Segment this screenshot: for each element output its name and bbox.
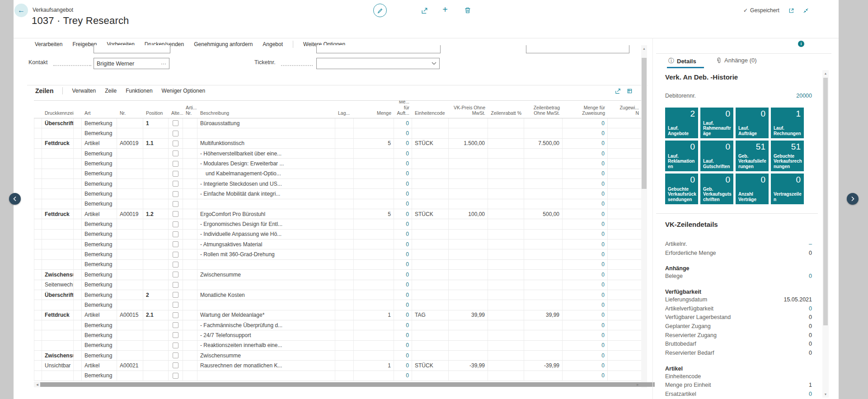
cell-vkpreis[interactable] [449, 128, 488, 138]
cell-alte[interactable] [169, 118, 183, 128]
checkbox[interactable] [173, 221, 178, 227]
horizontal-scrollbar-thumb[interactable] [40, 382, 655, 387]
checkbox[interactable] [173, 332, 178, 338]
cell-vkpreis[interactable] [449, 371, 488, 381]
cell-mengezuw[interactable]: 0 [563, 361, 608, 371]
cell-mengezuw[interactable]: 0 [563, 249, 608, 259]
cell-auft[interactable]: 0 [394, 290, 412, 300]
checkbox[interactable] [173, 191, 178, 197]
cell-sel[interactable] [34, 189, 42, 199]
cell-nr[interactable] [117, 189, 143, 199]
cell-vkpreis[interactable] [449, 118, 488, 128]
cell-artinr[interactable] [183, 260, 197, 270]
checkbox[interactable] [173, 322, 178, 328]
cell-druck[interactable] [42, 149, 74, 159]
cell-desc[interactable]: - Reaktionszeiten innerhalb eine... [197, 341, 335, 351]
cell-betrag[interactable] [524, 249, 563, 259]
cell-lag[interactable] [335, 118, 354, 128]
cell-pos[interactable] [143, 128, 169, 138]
cell-nr[interactable] [117, 371, 143, 381]
history-tile-3[interactable]: 1Lauf. Rechnungen [771, 108, 804, 138]
cell-auft[interactable]: 0 [394, 128, 412, 138]
cell-zugewi[interactable] [608, 249, 642, 259]
cell-lag[interactable] [335, 310, 354, 320]
cell-lag[interactable] [335, 280, 354, 290]
cell-desc[interactable]: Multifunktionstisch [197, 139, 335, 149]
cell-betrag[interactable] [524, 149, 563, 159]
cell-pos[interactable] [143, 189, 169, 199]
cell-artinr[interactable] [183, 330, 197, 340]
cell-lag[interactable] [335, 351, 354, 361]
cell-pos[interactable] [143, 149, 169, 159]
lines-menu-item-0[interactable]: Verwalten [72, 88, 96, 94]
cell-artinr[interactable] [183, 139, 197, 149]
cell-art[interactable]: Artikel [82, 361, 117, 371]
breadcrumb[interactable]: Verkaufsangebot [33, 7, 73, 13]
cell-menge[interactable] [354, 341, 394, 351]
cell-vkpreis[interactable] [449, 300, 488, 310]
cell-art[interactable]: Bemerkung [82, 290, 117, 300]
cell-nr[interactable] [117, 230, 143, 239]
cell-sp[interactable] [74, 199, 82, 209]
cell-nr[interactable]: A00019 [117, 209, 143, 219]
cell-auft[interactable]: 0 [394, 179, 412, 189]
cell-vkpreis[interactable] [449, 280, 488, 290]
cell-sel[interactable] [34, 310, 42, 320]
cell-auft[interactable]: 0 [394, 300, 412, 310]
column-header-sp[interactable] [74, 101, 82, 118]
cell-artinr[interactable] [183, 230, 197, 239]
cell-art[interactable]: Bemerkung [82, 249, 117, 259]
cell-mengezuw[interactable]: 0 [563, 300, 608, 310]
cell-betrag[interactable] [524, 118, 563, 128]
cell-lag[interactable] [335, 199, 354, 209]
checkbox[interactable] [173, 241, 178, 247]
cell-nr[interactable] [117, 341, 143, 351]
cell-lag[interactable] [335, 290, 354, 300]
cell-zugewi[interactable] [608, 159, 642, 169]
cell-desc[interactable]: - Modulares Design: Erweiterbar ... [197, 159, 335, 169]
cell-sel[interactable] [34, 179, 42, 189]
cell-druck[interactable] [42, 199, 74, 209]
cell-vkpreis[interactable] [449, 270, 488, 280]
cell-vkpreis[interactable] [449, 239, 488, 249]
history-tile-4[interactable]: 0Lauf. Reklamationen [665, 141, 698, 171]
cell-auft[interactable]: 0 [394, 169, 412, 179]
cell-druck[interactable] [42, 179, 74, 189]
cell-rabatt[interactable] [488, 290, 524, 300]
cell-artinr[interactable] [183, 351, 197, 361]
cell-zugewi[interactable] [608, 361, 642, 371]
checkbox[interactable] [173, 343, 178, 348]
cell-lag[interactable] [335, 260, 354, 270]
cell-zugewi[interactable] [608, 219, 642, 229]
line-details-value[interactable]: 0 [809, 391, 812, 397]
cell-einheit[interactable] [412, 280, 449, 290]
cell-einheit[interactable] [412, 128, 449, 138]
cell-menge[interactable] [354, 179, 394, 189]
checkbox[interactable] [173, 161, 178, 167]
cell-betrag[interactable] [524, 320, 563, 330]
cell-druck[interactable]: Fettdruck [42, 209, 74, 219]
cell-artinr[interactable] [183, 239, 197, 249]
cell-menge[interactable] [354, 260, 394, 270]
cell-sel[interactable] [34, 300, 42, 310]
cell-rabatt[interactable] [488, 270, 524, 280]
cell-lag[interactable] [335, 159, 354, 169]
column-header-druck[interactable]: Druckkennzeic... [42, 101, 74, 118]
cell-menge[interactable] [354, 199, 394, 209]
cell-lag[interactable] [335, 209, 354, 219]
cell-pos[interactable]: 2 [143, 290, 169, 300]
cell-menge[interactable]: 5 [354, 209, 394, 219]
column-header-sel[interactable] [34, 101, 42, 118]
cell-sel[interactable] [34, 270, 42, 280]
cell-artinr[interactable] [183, 280, 197, 290]
cell-art[interactable]: Bemerkung [82, 330, 117, 340]
cell-mengezuw[interactable]: 0 [563, 341, 608, 351]
history-tile-0[interactable]: 2Lauf. Angebote [665, 108, 698, 138]
cell-lag[interactable] [335, 341, 354, 351]
cell-art[interactable]: Bemerkung [82, 351, 117, 361]
cell-art[interactable]: Bemerkung [82, 199, 117, 209]
cell-mengezuw[interactable]: 0 [563, 149, 608, 159]
cell-alte[interactable] [169, 219, 183, 229]
cell-auft[interactable]: 0 [394, 320, 412, 330]
cell-lag[interactable] [335, 330, 354, 340]
